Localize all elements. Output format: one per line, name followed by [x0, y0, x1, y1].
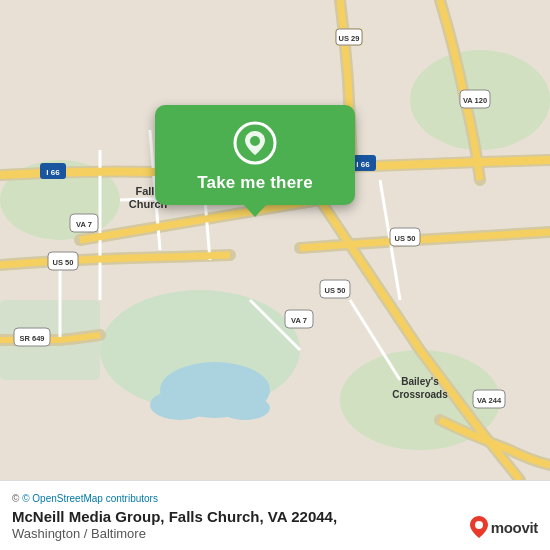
svg-text:SR 649: SR 649	[19, 334, 44, 343]
osm-attribution: © © OpenStreetMap contributors	[12, 493, 538, 504]
svg-text:Crossroads: Crossroads	[392, 389, 448, 400]
location-title: McNeill Media Group, Falls Church, VA 22…	[12, 508, 538, 525]
svg-text:VA 7: VA 7	[291, 316, 307, 325]
svg-text:US 50: US 50	[325, 286, 346, 295]
svg-text:US 50: US 50	[395, 234, 416, 243]
svg-point-8	[220, 396, 270, 420]
svg-text:US 50: US 50	[53, 258, 74, 267]
svg-text:VA 244: VA 244	[477, 396, 502, 405]
location-subtitle: Washington / Baltimore	[12, 526, 538, 541]
svg-text:I 66: I 66	[356, 160, 370, 169]
svg-text:VA 120: VA 120	[463, 96, 487, 105]
map-container: I 66 I 66 US 29 VA 120 US 50 US 50 US 50…	[0, 0, 550, 480]
svg-point-38	[250, 136, 260, 146]
copyright-symbol: ©	[12, 493, 22, 504]
osm-link[interactable]: © OpenStreetMap contributors	[22, 493, 158, 504]
svg-text:US 29: US 29	[339, 34, 360, 43]
svg-text:Bailey's: Bailey's	[401, 376, 439, 387]
svg-point-39	[475, 521, 483, 529]
svg-text:VA 7: VA 7	[76, 220, 92, 229]
take-me-there-button[interactable]: Take me there	[197, 173, 313, 193]
svg-text:I 66: I 66	[46, 168, 60, 177]
moovit-pin-icon	[470, 516, 488, 538]
moovit-brand-text: moovit	[491, 519, 538, 536]
svg-point-7	[150, 390, 210, 420]
location-pin-icon	[233, 121, 277, 165]
popup-card[interactable]: Take me there	[155, 105, 355, 205]
moovit-logo: moovit	[470, 516, 538, 538]
footer: © © OpenStreetMap contributors McNeill M…	[0, 480, 550, 550]
